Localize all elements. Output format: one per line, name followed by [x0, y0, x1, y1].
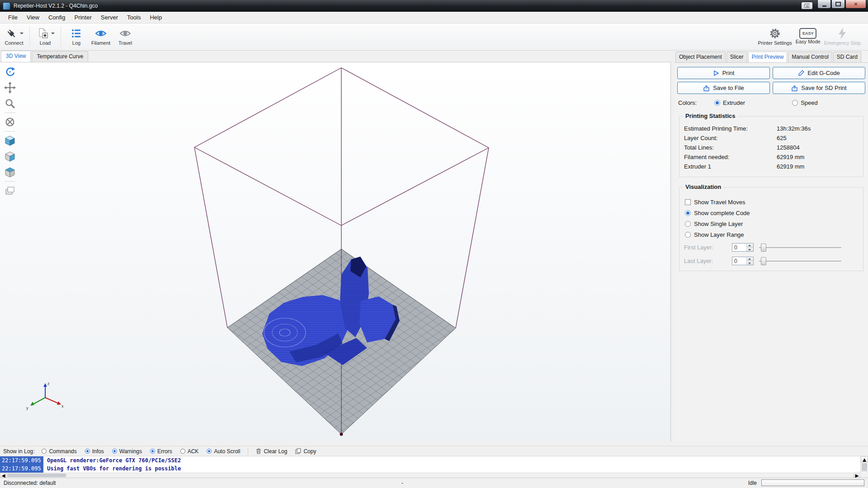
stat-row: Layer Count:625 [684, 133, 859, 143]
menu-printer[interactable]: Printer [70, 13, 96, 22]
tab-slicer[interactable]: Slicer [726, 52, 747, 62]
scroll-up-icon[interactable]: ▲ [861, 456, 868, 463]
top-view-button[interactable] [3, 165, 17, 179]
print-button[interactable]: Print [677, 67, 770, 79]
print-volume-wireframe [194, 68, 489, 434]
load-button[interactable]: Load [33, 25, 57, 47]
spin-down-icon[interactable] [747, 247, 753, 251]
panel-splitter[interactable] [671, 51, 675, 441]
tab-temperature-curve[interactable]: Temperature Curve [32, 51, 88, 62]
export-icon [703, 85, 710, 91]
zoom-view-button[interactable] [3, 97, 17, 110]
printer-settings-button[interactable]: Printer Settings [756, 25, 793, 47]
scroll-right-icon[interactable]: ► [854, 473, 860, 478]
maximize-button[interactable] [831, 0, 845, 9]
first-layer-stepper[interactable]: 0 [732, 243, 754, 252]
stat-row: Extruder 162919 mm [684, 162, 859, 171]
log-row[interactable]: 22:17:59.095 Using fast VBOs for renderi… [0, 465, 860, 473]
last-layer-stepper[interactable]: 0 [732, 257, 754, 265]
last-layer-slider[interactable] [759, 257, 841, 265]
status-bar: Disconnected: default - Idle [0, 478, 868, 488]
minimize-button[interactable] [817, 0, 831, 9]
show-travel-moves-option[interactable]: Show Travel Moves [685, 199, 859, 206]
toggle-off-icon [42, 449, 47, 454]
menu-config[interactable]: Config [44, 13, 70, 22]
log-message: Using fast VBOs for rendering is possibl… [43, 465, 181, 473]
minimize-icon [822, 5, 826, 7]
layer-view-button[interactable] [3, 184, 17, 197]
scrollbar-thumb[interactable] [862, 463, 867, 471]
emergency-stop-button[interactable]: Emergency Stop [822, 25, 863, 47]
slider-thumb[interactable] [761, 257, 766, 265]
tab-object-placement[interactable]: Object Placement [675, 52, 726, 62]
scroll-left-icon[interactable]: ◄ [0, 473, 7, 478]
radio-extruder[interactable] [714, 100, 720, 106]
save-for-sd-button[interactable]: Save for SD Print [773, 82, 865, 94]
tab-manual-control[interactable]: Manual Control [788, 52, 832, 62]
show-single-layer-option[interactable]: Show Single Layer [685, 221, 859, 227]
slider-thumb[interactable] [761, 244, 766, 252]
spin-up-icon[interactable] [747, 244, 753, 247]
colors-speed-option[interactable]: Speed [792, 99, 818, 106]
radio-show-complete[interactable] [685, 210, 691, 216]
log-horizontal-scrollbar[interactable]: ◄ ► [0, 473, 860, 478]
show-layer-range-option[interactable]: Show Layer Range [685, 231, 859, 238]
show-travel-button[interactable]: Travel [113, 25, 137, 47]
menu-view[interactable]: View [22, 13, 44, 22]
center-view-button[interactable] [3, 115, 17, 129]
copy-log-button[interactable]: Copy [292, 447, 320, 455]
rotate-view-button[interactable] [3, 65, 17, 79]
printing-statistics-title: Printing Statistics [683, 113, 738, 119]
status-center-text: - [401, 480, 403, 486]
menu-tools[interactable]: Tools [123, 13, 145, 22]
filter-infos[interactable]: Infos [81, 447, 108, 455]
move-view-icon [4, 81, 16, 94]
log-output[interactable]: 22:17:59.095 OpenGL renderer:GeForce GTX… [0, 456, 868, 478]
tab-3d-view[interactable]: 3D View [1, 51, 31, 62]
log-row[interactable]: 22:17:59.095 OpenGL renderer:GeForce GTX… [0, 456, 860, 465]
filter-ack[interactable]: ACK [177, 447, 203, 455]
filter-autoscroll[interactable]: Auto Scroll [203, 447, 244, 455]
menu-file[interactable]: File [4, 13, 22, 22]
print-volume-scene[interactable]: x y z [0, 62, 671, 441]
spin-up-icon[interactable] [747, 257, 753, 261]
right-panel: Object Placement Slicer Print Preview Ma… [675, 51, 868, 441]
filter-commands[interactable]: Commands [38, 447, 80, 455]
first-layer-slider[interactable] [759, 243, 841, 252]
toggle-log-button[interactable]: Log [64, 25, 89, 47]
radio-show-single[interactable] [685, 221, 691, 227]
easy-mode-button[interactable]: EASY Easy Mode [794, 25, 822, 45]
connect-button[interactable]: Connect [2, 25, 26, 47]
edit-gcode-button[interactable]: Edit G-Code [773, 67, 865, 79]
menu-help[interactable]: Help [145, 13, 166, 22]
scrollbar-thumb[interactable] [7, 474, 66, 477]
isometric-view-button[interactable] [3, 134, 17, 147]
colors-extruder-option[interactable]: Extruder [714, 99, 745, 106]
chevron-down-icon[interactable] [20, 33, 24, 34]
svg-text:y: y [26, 406, 28, 410]
spin-down-icon[interactable] [747, 261, 753, 265]
tab-sd-card[interactable]: SD Card [833, 52, 861, 62]
front-view-button[interactable] [3, 150, 17, 163]
tab-print-preview[interactable]: Print Preview [748, 52, 788, 62]
visualization-title: Visualization [683, 183, 723, 190]
save-to-file-button[interactable]: Save to File [677, 82, 770, 94]
svg-text:x: x [61, 404, 64, 408]
move-view-button[interactable] [3, 81, 17, 94]
filter-warnings[interactable]: Warnings [108, 447, 146, 455]
menu-server[interactable]: Server [96, 13, 123, 22]
close-button[interactable]: × [845, 0, 866, 9]
radio-speed[interactable] [792, 100, 798, 106]
filter-errors[interactable]: Errors [146, 447, 176, 455]
checkbox-show-travel[interactable] [685, 199, 691, 205]
log-timestamp: 22:17:59.095 [0, 456, 43, 465]
chevron-down-icon[interactable] [51, 33, 55, 34]
3d-viewport[interactable]: x y z [0, 62, 671, 441]
language-indicator[interactable] [801, 2, 813, 9]
show-complete-code-option[interactable]: Show complete Code [685, 210, 859, 216]
first-layer-row: First Layer: 0 [684, 243, 859, 252]
visualization-group: Visualization Show Travel Moves Show com… [679, 187, 863, 271]
show-filament-button[interactable]: Filament [89, 25, 113, 47]
radio-show-range[interactable] [685, 232, 691, 238]
clear-log-button[interactable]: Clear Log [252, 447, 291, 455]
